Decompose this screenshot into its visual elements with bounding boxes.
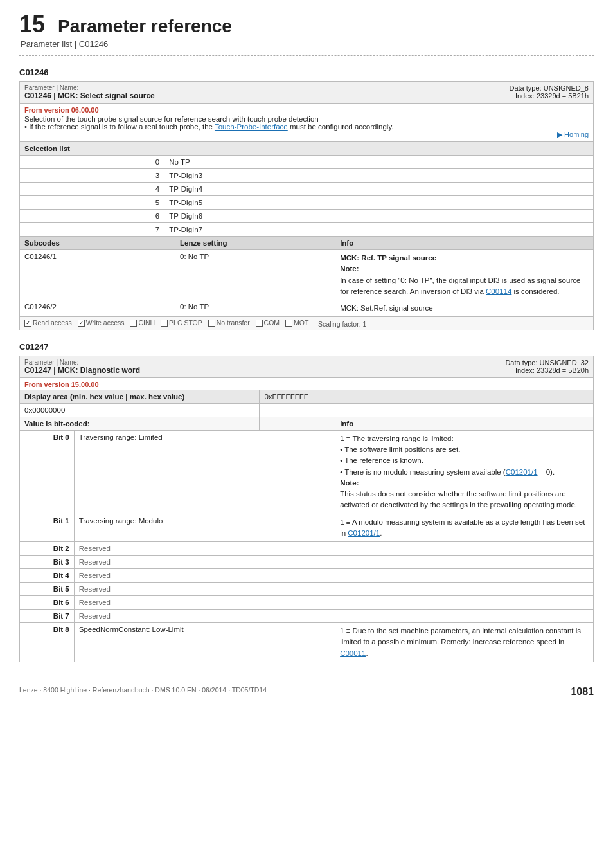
bit-8-row: Bit 8 SpeedNormConstant: Low-Limit 1 ≡ D… — [20, 623, 594, 662]
check-write-access: Write access — [78, 319, 125, 327]
com-label: COM — [264, 319, 280, 327]
bit-0-info-line1: 1 ≡ The traversing range is limited: — [340, 433, 589, 444]
c01246-table: Parameter | Name: C01246 | MCK: Select s… — [19, 81, 594, 330]
c01246-data-type: Data type: UNSIGNED_8 — [340, 84, 589, 92]
bit-0-desc: Traversing range: Limited — [74, 430, 335, 514]
subcode-row-1: C01246/1 0: No TP MCK: Ref. TP signal so… — [20, 250, 594, 300]
cinh-label: CINH — [138, 319, 155, 327]
c01246-footer-cell: Read access Write access CINH PLC STOP N… — [20, 317, 594, 330]
check-com: COM — [256, 319, 280, 327]
c01246-from-version-row: From version 06.00.00 — [20, 104, 594, 116]
homing-arrow-icon: ▶ — [557, 131, 562, 138]
footer-text: Lenze · 8400 HighLine · Referenzhandbuch… — [19, 686, 267, 698]
sel-val-7: 7 — [20, 223, 164, 237]
info-col-header: Info — [335, 237, 594, 250]
bit-3-desc: Reserved — [74, 556, 335, 569]
c01246-param-label: Parameter | Name: — [24, 84, 330, 91]
c01246-desc-line1: Selection of the touch probe signal sour… — [24, 115, 589, 123]
sel-label-4: TP-DigIn4 — [164, 183, 335, 196]
footer-page-number: 1081 — [571, 686, 594, 698]
c01247-data-type: Data type: UNSIGNED_32 — [340, 359, 589, 366]
bit-3-row: Bit 3 Reserved — [20, 556, 594, 569]
subcode-1-info: MCK: Ref. TP signal source Note: In case… — [335, 250, 594, 300]
c01246-footer-row: Read access Write access CINH PLC STOP N… — [20, 317, 594, 330]
c01247-min-hex: 0x00000000 — [20, 403, 260, 417]
c01247-param-name: C01247 | MCK: Diagnostic word — [24, 366, 330, 375]
bit-7-desc: Reserved — [74, 610, 335, 623]
c01201-1-link-2[interactable]: C01201/1 — [348, 529, 380, 537]
c01247-value-bit-coded-row: Value is bit-coded: Info — [20, 417, 594, 430]
bit-5-desc: Reserved — [74, 583, 335, 596]
bit-8-info: 1 ≡ Due to the set machine parameters, a… — [335, 623, 594, 662]
check-cinh: CINH — [130, 319, 155, 327]
read-access-checkbox-icon — [24, 320, 31, 327]
bit-4-desc: Reserved — [74, 569, 335, 583]
subcode-2-code: C01246/2 — [20, 300, 175, 317]
chapter-title: Parameter reference — [58, 16, 232, 37]
selection-row-0: 0 No TP — [20, 156, 594, 169]
bit-0-info-bullet2: • The reference is known. — [340, 455, 589, 466]
bit-2-desc: Reserved — [74, 542, 335, 556]
value-bit-coded-label: Value is bit-coded: — [20, 417, 260, 430]
no-transfer-label: No transfer — [217, 319, 250, 327]
mot-checkbox-icon — [285, 320, 292, 327]
bit-8-desc: SpeedNormConstant: Low-Limit — [74, 623, 335, 662]
c01247-max-hex-value: 0xFFFFFFFF — [264, 393, 308, 401]
check-mot: MOT — [285, 319, 308, 327]
c01246-param-name: C01246 | MCK: Select signal source — [24, 91, 330, 100]
c01201-1-link-1[interactable]: C01201/1 — [506, 468, 538, 476]
bit-6-row: Bit 6 Reserved — [20, 596, 594, 610]
touch-probe-interface-link[interactable]: Touch-Probe-Interface — [215, 123, 288, 131]
bit-1-row: Bit 1 Traversing range: Modulo 1 ≡ A mod… — [20, 514, 594, 542]
check-plc-stop: PLC STOP — [161, 319, 202, 327]
subcode-1-info-note-label: Note: — [340, 264, 589, 275]
read-access-label: Read access — [33, 319, 72, 327]
bit-2-label: Bit 2 — [20, 542, 75, 556]
check-read-access: Read access — [24, 319, 72, 327]
subcode-1-info-title: MCK: Ref. TP signal source — [340, 253, 589, 264]
bit-0-info-bullet3: • There is no modulo measuring system av… — [340, 467, 589, 478]
c01247-from-version-row: From version 15.00.00 — [20, 377, 594, 390]
bit-4-row: Bit 4 Reserved — [20, 569, 594, 583]
c01246-index: Index: 23329d = 5B21h — [340, 92, 589, 100]
c01247-index: Index: 23328d = 5B20h — [340, 366, 589, 374]
sel-val-3: 3 — [20, 169, 164, 183]
bit-2-row: Bit 2 Reserved — [20, 542, 594, 556]
sel-label-5: TP-DigIn5 — [164, 196, 335, 210]
bit-0-info-bullet1: • The software limit positions are set. — [340, 444, 589, 455]
subcode-1-code: C01246/1 — [20, 250, 175, 300]
bit-8-label: Bit 8 — [20, 623, 75, 662]
selection-row-5: 5 TP-DigIn5 — [20, 196, 594, 210]
c01247-hex-range-row: 0x00000000 — [20, 403, 594, 417]
c01246-desc-line2: • If the reference signal is to follow a… — [24, 123, 589, 131]
subcode-2-info: MCK: Set.Ref. signal source — [335, 300, 594, 317]
bit-0-info: 1 ≡ The traversing range is limited: • T… — [335, 430, 594, 514]
bit-6-desc: Reserved — [74, 596, 335, 610]
write-access-label: Write access — [86, 319, 125, 327]
bit-0-row: Bit 0 Traversing range: Limited 1 ≡ The … — [20, 430, 594, 514]
plc-stop-label: PLC STOP — [169, 319, 202, 327]
bit-0-label: Bit 0 — [20, 430, 75, 514]
c01247-display-area-row: Display area (min. hex value | max. hex … — [20, 390, 594, 403]
subcode-row-2: C01246/2 0: No TP MCK: Set.Ref. signal s… — [20, 300, 594, 317]
c00011-link[interactable]: C00011 — [340, 649, 366, 657]
c01246-section-id: C01246 — [19, 68, 594, 77]
selection-row-3: 3 TP-DigIn3 — [20, 169, 594, 183]
bit-1-info: 1 ≡ A modulo measuring system is availab… — [335, 514, 594, 542]
c00114-link-1[interactable]: C00114 — [486, 287, 511, 295]
bit-7-label: Bit 7 — [20, 610, 75, 623]
c01247-table: Parameter | Name: C01247 | MCK: Diagnost… — [19, 356, 594, 662]
sel-label-3: TP-DigIn3 — [164, 169, 335, 183]
selection-row-7: 7 TP-DigIn7 — [20, 223, 594, 237]
c01247-from-version: From version 15.00.00 — [24, 381, 99, 388]
c01247-info-header: Info — [335, 417, 594, 430]
subcodes-col-header: Subcodes — [20, 237, 175, 250]
bit-5-row: Bit 5 Reserved — [20, 583, 594, 596]
page-footer: Lenze · 8400 HighLine · Referenzhandbuch… — [19, 682, 594, 698]
cinh-checkbox-icon — [130, 320, 137, 327]
homing-link[interactable]: ▶ Homing — [557, 131, 589, 138]
c01246-header-row: Parameter | Name: C01246 | MCK: Select s… — [20, 82, 594, 104]
plc-stop-checkbox-icon — [161, 320, 168, 327]
c01247-param-label: Parameter | Name: — [24, 359, 330, 366]
bit-6-label: Bit 6 — [20, 596, 75, 610]
